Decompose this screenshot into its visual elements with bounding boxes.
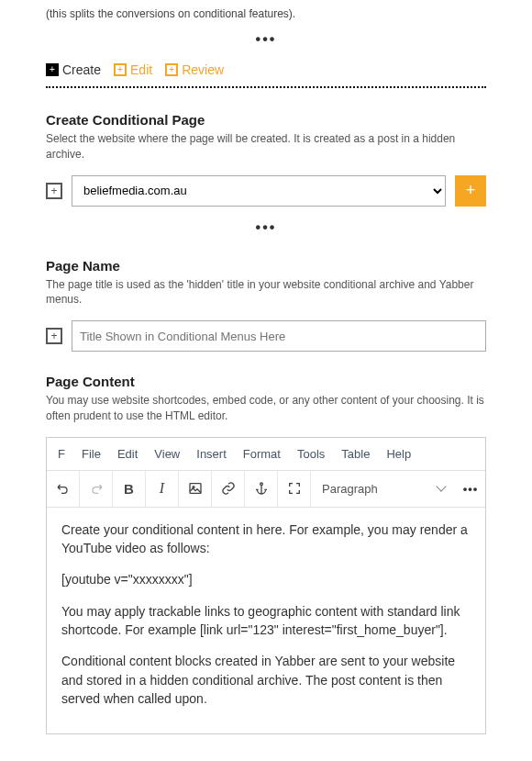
paragraph-select[interactable]: Paragraph (311, 482, 456, 496)
image-icon (188, 481, 203, 496)
website-select[interactable]: beliefmedia.com.au (72, 175, 446, 207)
menu-format[interactable]: Format (243, 447, 281, 461)
tab-label: Review (182, 62, 224, 77)
section-divider-dots: ••• (46, 219, 486, 236)
pagename-input[interactable] (72, 320, 486, 352)
pagename-row: + (46, 320, 486, 352)
bold-button[interactable]: B (113, 470, 146, 507)
anchor-icon (254, 481, 269, 496)
section-desc-pagename: The page title is used as the 'hidden' t… (46, 277, 486, 308)
menu-file[interactable]: File (82, 447, 101, 461)
expand-icon[interactable]: + (46, 183, 62, 199)
editor-paragraph: Conditional content blocks created in Ya… (61, 652, 471, 708)
section-desc-content: You may use website shortcodes, embed co… (46, 393, 486, 424)
section-divider-dots: ••• (46, 31, 486, 48)
tab-create[interactable]: + Create (46, 62, 101, 77)
image-button[interactable] (179, 470, 212, 507)
chevron-down-icon (436, 482, 446, 492)
editor-toolbar: B I Paragraph ••• (47, 471, 485, 508)
section-desc-create: Select the website where the page will b… (46, 131, 486, 162)
menu-help[interactable]: Help (386, 447, 411, 461)
fullscreen-icon (287, 481, 302, 496)
editor-paragraph: Create your conditional content in here.… (61, 520, 471, 558)
dotted-divider (46, 86, 486, 88)
website-select-row: + beliefmedia.com.au + (46, 175, 486, 207)
menu-table[interactable]: Table (341, 447, 370, 461)
tab-label: Create (62, 62, 101, 77)
menu-edit[interactable]: Edit (117, 447, 138, 461)
menu-tools[interactable]: Tools (297, 447, 325, 461)
toolbar-more-button[interactable]: ••• (456, 482, 485, 496)
editor-paragraph: [youtube v="xxxxxxxx"] (61, 570, 471, 588)
menu-insert[interactable]: Insert (196, 447, 227, 461)
italic-button[interactable]: I (146, 470, 179, 507)
redo-button[interactable] (80, 470, 113, 507)
menu-view[interactable]: View (154, 447, 180, 461)
redo-icon (89, 481, 104, 496)
rich-text-editor: F File Edit View Insert Format Tools Tab… (46, 437, 486, 734)
editor-menubar: F File Edit View Insert Format Tools Tab… (47, 438, 485, 471)
editor-paragraph: You may apply trackable links to geograp… (61, 602, 471, 640)
link-icon (221, 481, 236, 496)
section-title-create: Create Conditional Page (46, 112, 486, 128)
tab-edit[interactable]: + Edit (114, 62, 152, 77)
plus-icon: + (114, 63, 127, 76)
tab-label: Edit (130, 62, 152, 77)
fullscreen-button[interactable] (278, 470, 311, 507)
mode-tabs: + Create + Edit + Review (46, 62, 486, 77)
undo-icon (56, 481, 71, 496)
section-title-pagename: Page Name (46, 258, 486, 274)
tab-review[interactable]: + Review (165, 62, 224, 77)
svg-point-2 (260, 483, 262, 486)
link-button[interactable] (212, 470, 245, 507)
intro-text: (this splits the conversions on conditio… (46, 7, 486, 20)
paragraph-label: Paragraph (322, 482, 378, 496)
undo-button[interactable] (47, 470, 80, 507)
anchor-button[interactable] (245, 470, 278, 507)
plus-icon: + (165, 63, 178, 76)
menu-f[interactable]: F (58, 447, 65, 461)
add-website-button[interactable]: + (455, 175, 486, 207)
section-title-content: Page Content (46, 374, 486, 389)
editor-content-area[interactable]: Create your conditional content in here.… (47, 508, 485, 733)
expand-icon[interactable]: + (46, 328, 62, 344)
plus-icon: + (46, 63, 59, 76)
